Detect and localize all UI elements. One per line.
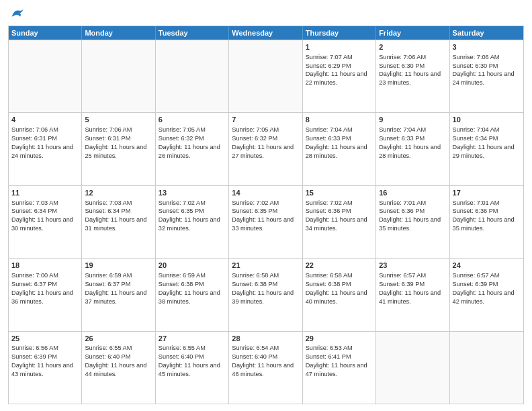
header	[8, 7, 524, 21]
sun-info: Sunrise: 7:03 AMSunset: 6:34 PMDaylight:…	[85, 199, 146, 232]
day-number: 18	[11, 261, 79, 271]
day-cell-5: 5Sunrise: 7:06 AMSunset: 6:31 PMDaylight…	[82, 113, 155, 185]
empty-cell	[156, 40, 229, 112]
day-number: 9	[379, 115, 446, 125]
day-cell-13: 13Sunrise: 7:02 AMSunset: 6:35 PMDayligh…	[156, 186, 229, 258]
sun-info: Sunrise: 6:59 AMSunset: 6:37 PMDaylight:…	[85, 272, 146, 304]
logo	[8, 7, 24, 21]
day-number: 14	[232, 188, 299, 198]
empty-cell	[9, 40, 82, 112]
day-cell-17: 17Sunrise: 7:01 AMSunset: 6:36 PMDayligh…	[450, 186, 523, 258]
day-number: 22	[306, 261, 373, 271]
calendar-body: 1Sunrise: 7:07 AMSunset: 6:29 PMDaylight…	[9, 40, 523, 404]
day-number: 2	[379, 42, 446, 52]
sun-info: Sunrise: 6:55 AMSunset: 6:40 PMDaylight:…	[159, 345, 220, 377]
empty-cell	[450, 332, 523, 404]
sun-info: Sunrise: 7:06 AMSunset: 6:31 PMDaylight:…	[85, 126, 146, 158]
calendar-row-3: 18Sunrise: 7:00 AMSunset: 6:37 PMDayligh…	[9, 258, 523, 330]
sun-info: Sunrise: 7:06 AMSunset: 6:30 PMDaylight:…	[379, 54, 441, 86]
day-cell-24: 24Sunrise: 6:57 AMSunset: 6:39 PMDayligh…	[450, 259, 523, 330]
day-number: 26	[85, 334, 152, 344]
day-number: 3	[453, 42, 521, 52]
logo-bird-icon	[9, 7, 24, 21]
sun-info: Sunrise: 6:56 AMSunset: 6:39 PMDaylight:…	[11, 345, 73, 377]
empty-cell	[376, 332, 449, 404]
day-number: 1	[306, 42, 373, 52]
day-number: 6	[159, 115, 226, 125]
sun-info: Sunrise: 7:04 AMSunset: 6:33 PMDaylight:…	[379, 126, 441, 158]
calendar-row-2: 11Sunrise: 7:03 AMSunset: 6:34 PMDayligh…	[9, 185, 523, 258]
sun-info: Sunrise: 7:02 AMSunset: 6:35 PMDaylight:…	[232, 199, 294, 232]
day-number: 10	[453, 115, 521, 125]
day-number: 15	[306, 188, 373, 198]
sun-info: Sunrise: 6:57 AMSunset: 6:39 PMDaylight:…	[379, 272, 441, 304]
sun-info: Sunrise: 7:03 AMSunset: 6:34 PMDaylight:…	[11, 199, 73, 232]
sun-info: Sunrise: 7:05 AMSunset: 6:32 PMDaylight:…	[159, 126, 220, 158]
day-number: 28	[232, 334, 299, 344]
day-cell-23: 23Sunrise: 6:57 AMSunset: 6:39 PMDayligh…	[376, 259, 449, 330]
day-cell-9: 9Sunrise: 7:04 AMSunset: 6:33 PMDaylight…	[376, 113, 449, 185]
day-cell-27: 27Sunrise: 6:55 AMSunset: 6:40 PMDayligh…	[156, 332, 229, 404]
day-number: 25	[11, 334, 79, 344]
day-cell-4: 4Sunrise: 7:06 AMSunset: 6:31 PMDaylight…	[9, 113, 82, 185]
weekday-header-sunday: Sunday	[9, 26, 82, 40]
day-cell-1: 1Sunrise: 7:07 AMSunset: 6:29 PMDaylight…	[303, 40, 376, 112]
day-number: 29	[306, 334, 373, 344]
day-number: 23	[379, 261, 446, 271]
sun-info: Sunrise: 6:54 AMSunset: 6:40 PMDaylight:…	[232, 345, 294, 377]
day-cell-15: 15Sunrise: 7:02 AMSunset: 6:36 PMDayligh…	[303, 186, 376, 258]
day-cell-10: 10Sunrise: 7:04 AMSunset: 6:34 PMDayligh…	[450, 113, 523, 185]
sun-info: Sunrise: 6:58 AMSunset: 6:38 PMDaylight:…	[306, 272, 367, 304]
day-cell-16: 16Sunrise: 7:01 AMSunset: 6:36 PMDayligh…	[376, 186, 449, 258]
day-number: 12	[85, 188, 152, 198]
day-number: 8	[306, 115, 373, 125]
sun-info: Sunrise: 7:00 AMSunset: 6:37 PMDaylight:…	[11, 272, 73, 304]
sun-info: Sunrise: 7:04 AMSunset: 6:33 PMDaylight:…	[306, 126, 367, 158]
sun-info: Sunrise: 6:53 AMSunset: 6:41 PMDaylight:…	[306, 345, 367, 377]
calendar-row-1: 4Sunrise: 7:06 AMSunset: 6:31 PMDaylight…	[9, 112, 523, 185]
day-number: 16	[379, 188, 446, 198]
day-number: 17	[453, 188, 521, 198]
weekday-header-wednesday: Wednesday	[229, 26, 302, 40]
calendar-header: SundayMondayTuesdayWednesdayThursdayFrid…	[9, 26, 523, 40]
day-cell-25: 25Sunrise: 6:56 AMSunset: 6:39 PMDayligh…	[9, 332, 82, 404]
day-number: 27	[159, 334, 226, 344]
empty-cell	[82, 40, 155, 112]
sun-info: Sunrise: 7:02 AMSunset: 6:35 PMDaylight:…	[159, 199, 220, 232]
sun-info: Sunrise: 7:06 AMSunset: 6:31 PMDaylight:…	[11, 126, 73, 158]
day-cell-11: 11Sunrise: 7:03 AMSunset: 6:34 PMDayligh…	[9, 186, 82, 258]
sun-info: Sunrise: 7:06 AMSunset: 6:30 PMDaylight:…	[453, 54, 515, 86]
page: SundayMondayTuesdayWednesdayThursdayFrid…	[0, 0, 532, 411]
day-cell-29: 29Sunrise: 6:53 AMSunset: 6:41 PMDayligh…	[303, 332, 376, 404]
day-cell-22: 22Sunrise: 6:58 AMSunset: 6:38 PMDayligh…	[303, 259, 376, 330]
day-number: 5	[85, 115, 152, 125]
sun-info: Sunrise: 7:01 AMSunset: 6:36 PMDaylight:…	[453, 199, 515, 232]
day-cell-28: 28Sunrise: 6:54 AMSunset: 6:40 PMDayligh…	[229, 332, 302, 404]
weekday-header-saturday: Saturday	[450, 26, 523, 40]
day-cell-21: 21Sunrise: 6:58 AMSunset: 6:38 PMDayligh…	[229, 259, 302, 330]
calendar-row-0: 1Sunrise: 7:07 AMSunset: 6:29 PMDaylight…	[9, 40, 523, 112]
calendar-row-4: 25Sunrise: 6:56 AMSunset: 6:39 PMDayligh…	[9, 331, 523, 404]
sun-info: Sunrise: 6:59 AMSunset: 6:38 PMDaylight:…	[159, 272, 220, 304]
calendar: SundayMondayTuesdayWednesdayThursdayFrid…	[8, 26, 524, 404]
day-number: 4	[11, 115, 79, 125]
sun-info: Sunrise: 7:02 AMSunset: 6:36 PMDaylight:…	[306, 199, 367, 232]
day-number: 11	[11, 188, 79, 198]
day-cell-7: 7Sunrise: 7:05 AMSunset: 6:32 PMDaylight…	[229, 113, 302, 185]
sun-info: Sunrise: 7:04 AMSunset: 6:34 PMDaylight:…	[453, 126, 515, 158]
sun-info: Sunrise: 7:07 AMSunset: 6:29 PMDaylight:…	[306, 54, 367, 86]
weekday-header-monday: Monday	[82, 26, 155, 40]
day-cell-2: 2Sunrise: 7:06 AMSunset: 6:30 PMDaylight…	[376, 40, 449, 112]
sun-info: Sunrise: 6:57 AMSunset: 6:39 PMDaylight:…	[453, 272, 515, 304]
day-cell-18: 18Sunrise: 7:00 AMSunset: 6:37 PMDayligh…	[9, 259, 82, 330]
day-number: 13	[159, 188, 226, 198]
day-cell-20: 20Sunrise: 6:59 AMSunset: 6:38 PMDayligh…	[156, 259, 229, 330]
day-cell-6: 6Sunrise: 7:05 AMSunset: 6:32 PMDaylight…	[156, 113, 229, 185]
weekday-header-tuesday: Tuesday	[156, 26, 229, 40]
day-cell-14: 14Sunrise: 7:02 AMSunset: 6:35 PMDayligh…	[229, 186, 302, 258]
day-cell-26: 26Sunrise: 6:55 AMSunset: 6:40 PMDayligh…	[82, 332, 155, 404]
day-cell-3: 3Sunrise: 7:06 AMSunset: 6:30 PMDaylight…	[450, 40, 523, 112]
day-cell-12: 12Sunrise: 7:03 AMSunset: 6:34 PMDayligh…	[82, 186, 155, 258]
weekday-header-friday: Friday	[376, 26, 449, 40]
sun-info: Sunrise: 6:55 AMSunset: 6:40 PMDaylight:…	[85, 345, 146, 377]
